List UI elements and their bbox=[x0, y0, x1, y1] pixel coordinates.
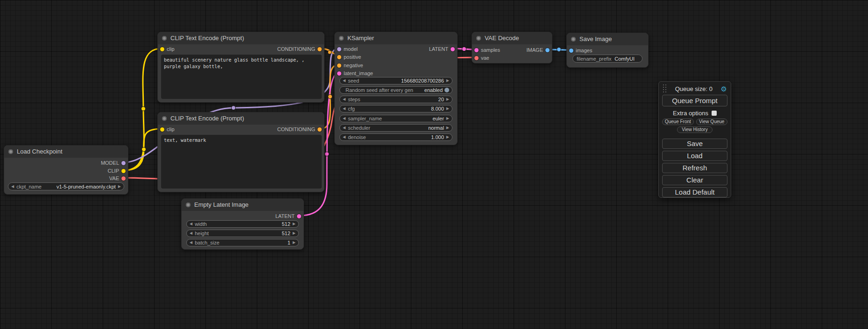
queue-front-button[interactable]: Queue Front bbox=[662, 119, 694, 125]
decrement-arrow-icon[interactable]: ◀ bbox=[343, 135, 346, 139]
positive-prompt-textarea[interactable]: beautiful scenery nature glass bottle la… bbox=[161, 55, 322, 99]
decrement-arrow-icon[interactable]: ◀ bbox=[11, 185, 14, 189]
decrement-arrow-icon[interactable]: ◀ bbox=[190, 231, 192, 235]
sampler-name-widget[interactable]: ◀ sampler_name euler ▶ bbox=[339, 115, 452, 122]
node-clip-text-encode-positive[interactable]: CLIP Text Encode (Prompt) clip CONDITION… bbox=[157, 32, 325, 103]
collapse-dot-icon[interactable] bbox=[339, 36, 344, 41]
queue-prompt-button[interactable]: Queue Prompt bbox=[662, 95, 727, 106]
negative-prompt-textarea[interactable]: text, watermark bbox=[161, 135, 322, 189]
input-port-positive[interactable]: positive bbox=[337, 53, 361, 61]
vae-port-dot[interactable] bbox=[121, 176, 126, 181]
collapse-dot-icon[interactable] bbox=[571, 37, 576, 42]
increment-arrow-icon[interactable]: ▶ bbox=[446, 117, 449, 120]
clip-port-dot[interactable] bbox=[160, 47, 164, 51]
view-history-button[interactable]: View History bbox=[677, 126, 713, 133]
decrement-arrow-icon[interactable]: ◀ bbox=[343, 79, 346, 83]
input-port-negative[interactable]: negative bbox=[337, 62, 363, 69]
clear-button[interactable]: Clear bbox=[662, 175, 727, 185]
increment-arrow-icon[interactable]: ▶ bbox=[446, 126, 449, 130]
latent-port-dot[interactable] bbox=[337, 71, 341, 76]
output-port-latent[interactable]: LATENT bbox=[275, 212, 301, 220]
input-port-clip[interactable]: clip bbox=[160, 126, 175, 133]
load-button[interactable]: Load bbox=[662, 151, 727, 161]
extra-options-checkbox[interactable] bbox=[712, 111, 717, 116]
vae-port-dot[interactable] bbox=[474, 56, 479, 60]
settings-gear-icon[interactable]: ⚙ bbox=[721, 85, 727, 92]
random-seed-toggle[interactable]: Random seed after every gen enabled bbox=[339, 86, 452, 94]
decrement-arrow-icon[interactable]: ◀ bbox=[190, 222, 192, 226]
steps-widget[interactable]: ◀ steps 20 ▶ bbox=[339, 96, 452, 103]
node-title-bar[interactable]: VAE Decode bbox=[472, 32, 552, 44]
toggle-knob[interactable] bbox=[445, 88, 449, 92]
save-button[interactable]: Save bbox=[662, 139, 727, 149]
model-port-dot[interactable] bbox=[121, 161, 126, 165]
conditioning-port-dot[interactable] bbox=[337, 63, 341, 68]
denoise-widget[interactable]: ◀ denoise 1.000 ▶ bbox=[339, 133, 452, 141]
clip-port-dot[interactable] bbox=[121, 169, 126, 173]
width-widget[interactable]: ◀ width 512 ▶ bbox=[186, 220, 299, 228]
image-port-dot[interactable] bbox=[545, 48, 550, 52]
input-port-images[interactable]: images bbox=[569, 47, 592, 54]
node-save-image[interactable]: Save Image images filename_prefix ComfyU… bbox=[566, 33, 649, 68]
cfg-widget[interactable]: ◀ cfg 8.000 ▶ bbox=[339, 105, 452, 112]
refresh-button[interactable]: Refresh bbox=[662, 163, 727, 173]
drag-handle-icon[interactable] bbox=[663, 84, 667, 93]
increment-arrow-icon[interactable]: ▶ bbox=[293, 222, 296, 226]
input-port-vae[interactable]: vae bbox=[474, 54, 489, 62]
collapse-dot-icon[interactable] bbox=[186, 203, 191, 207]
node-ksampler[interactable]: KSampler model positive negative latent_… bbox=[334, 32, 458, 145]
node-title-bar[interactable]: Save Image bbox=[567, 33, 648, 45]
node-title-bar[interactable]: KSampler bbox=[335, 32, 457, 44]
height-widget[interactable]: ◀ height 512 ▶ bbox=[186, 230, 299, 237]
output-port-latent[interactable]: LATENT bbox=[429, 45, 455, 53]
ckpt-name-widget[interactable]: ◀ ckpt_name v1-5-pruned-emaonly.ckpt ▶ bbox=[8, 182, 124, 190]
collapse-dot-icon[interactable] bbox=[476, 36, 481, 41]
output-port-model[interactable]: MODEL bbox=[101, 159, 126, 167]
collapse-dot-icon[interactable] bbox=[162, 116, 167, 121]
latent-port-dot[interactable] bbox=[474, 48, 479, 52]
increment-arrow-icon[interactable]: ▶ bbox=[446, 79, 449, 83]
node-empty-latent-image[interactable]: Empty Latent Image LATENT ◀ width 512 ▶ … bbox=[181, 198, 304, 250]
latent-port-dot[interactable] bbox=[297, 214, 301, 218]
collapse-dot-icon[interactable] bbox=[162, 36, 167, 41]
input-port-samples[interactable]: samples bbox=[474, 46, 500, 54]
node-title-bar[interactable]: Load Checkpoint bbox=[4, 146, 128, 158]
conditioning-port-dot[interactable] bbox=[318, 127, 322, 132]
increment-arrow-icon[interactable]: ▶ bbox=[446, 107, 449, 111]
model-port-dot[interactable] bbox=[337, 47, 341, 51]
increment-arrow-icon[interactable]: ▶ bbox=[293, 241, 296, 245]
image-port-dot[interactable] bbox=[569, 49, 573, 53]
node-clip-text-encode-negative[interactable]: CLIP Text Encode (Prompt) clip CONDITION… bbox=[157, 112, 325, 192]
conditioning-port-dot[interactable] bbox=[337, 55, 341, 59]
output-port-clip[interactable]: CLIP bbox=[108, 167, 126, 175]
input-port-clip[interactable]: clip bbox=[160, 45, 175, 53]
output-port-vae[interactable]: VAE bbox=[109, 175, 126, 182]
node-title-bar[interactable]: CLIP Text Encode (Prompt) bbox=[158, 32, 324, 44]
view-queue-button[interactable]: View Queue bbox=[696, 119, 728, 125]
node-load-checkpoint[interactable]: Load Checkpoint MODEL CLIP VAE ◀ ckpt_na… bbox=[4, 145, 128, 195]
input-port-latent-image[interactable]: latent_image bbox=[337, 70, 373, 77]
filename-prefix-widget[interactable]: filename_prefix ComfyUI bbox=[572, 55, 642, 63]
output-port-conditioning[interactable]: CONDITIONING bbox=[277, 45, 322, 53]
output-port-conditioning[interactable]: CONDITIONING bbox=[277, 126, 322, 133]
graph-canvas[interactable]: Load Checkpoint MODEL CLIP VAE ◀ ckpt_na… bbox=[0, 0, 868, 329]
batch-size-widget[interactable]: ◀ batch_size 1 ▶ bbox=[186, 239, 299, 246]
input-port-model[interactable]: model bbox=[337, 45, 358, 53]
node-vae-decode[interactable]: VAE Decode samples vae IMAGE bbox=[472, 32, 552, 63]
decrement-arrow-icon[interactable]: ◀ bbox=[343, 107, 346, 111]
decrement-arrow-icon[interactable]: ◀ bbox=[343, 117, 346, 120]
output-port-image[interactable]: IMAGE bbox=[527, 46, 550, 54]
latent-port-dot[interactable] bbox=[451, 47, 455, 51]
decrement-arrow-icon[interactable]: ◀ bbox=[190, 241, 192, 245]
decrement-arrow-icon[interactable]: ◀ bbox=[343, 126, 346, 130]
increment-arrow-icon[interactable]: ▶ bbox=[293, 231, 296, 235]
decrement-arrow-icon[interactable]: ◀ bbox=[343, 98, 346, 101]
increment-arrow-icon[interactable]: ▶ bbox=[446, 98, 449, 101]
node-title-bar[interactable]: CLIP Text Encode (Prompt) bbox=[158, 112, 324, 125]
load-default-button[interactable]: Load Default bbox=[662, 187, 727, 197]
increment-arrow-icon[interactable]: ▶ bbox=[118, 185, 121, 189]
clip-port-dot[interactable] bbox=[160, 127, 164, 132]
increment-arrow-icon[interactable]: ▶ bbox=[446, 135, 449, 139]
node-title-bar[interactable]: Empty Latent Image bbox=[182, 199, 303, 211]
seed-widget[interactable]: ◀ seed 156680208700286 ▶ bbox=[339, 77, 452, 84]
